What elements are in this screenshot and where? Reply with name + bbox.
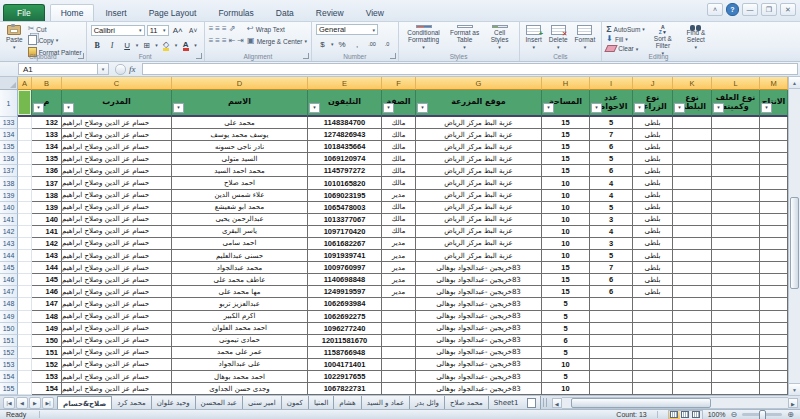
cell[interactable]: 4: [590, 190, 633, 202]
cell[interactable]: [712, 214, 760, 226]
column-header-K[interactable]: K: [673, 77, 712, 90]
cell[interactable]: [760, 359, 788, 371]
filter-dropdown-icon[interactable]: ▾: [33, 103, 44, 113]
header-cell[interactable]: الانتاج▾: [760, 90, 788, 117]
cell[interactable]: 4: [590, 226, 633, 238]
cell[interactable]: 4: [590, 177, 633, 189]
cell[interactable]: 154: [32, 383, 62, 395]
next-sheet-icon[interactable]: ▶: [29, 397, 41, 409]
cell[interactable]: 1249919597: [308, 286, 382, 298]
prev-sheet-icon[interactable]: ◀: [16, 397, 28, 409]
cell-empty[interactable]: [18, 226, 32, 238]
tab-scroll-splitter[interactable]: [543, 398, 548, 407]
format-as-table-button[interactable]: Format as Table▾: [448, 24, 482, 51]
cell[interactable]: عزبة البط مركز الرياض: [416, 117, 542, 129]
column-header-F[interactable]: F: [382, 77, 416, 90]
cell[interactable]: حسام عز الدين وصلاح ابراهيم: [62, 274, 172, 286]
cell[interactable]: حمادى تيمونى: [172, 335, 308, 347]
cell[interactable]: [760, 311, 788, 323]
paste-button[interactable]: Paste ▾: [4, 24, 25, 51]
cell[interactable]: 7: [590, 262, 633, 274]
cell[interactable]: 1062692275: [308, 311, 382, 323]
cell[interactable]: حسام عز الدين وصلاح ابراهيم: [62, 214, 172, 226]
find-select-button[interactable]: Find & Select▾: [681, 24, 711, 51]
cell[interactable]: 83خريجين -عبدالجواد بوهالى: [416, 323, 542, 335]
cell[interactable]: مالك: [382, 153, 416, 165]
zoom-in-icon[interactable]: ⊕: [787, 411, 794, 419]
cell[interactable]: [673, 383, 712, 395]
cell[interactable]: 153: [32, 371, 62, 383]
cell[interactable]: حسام عز الدين وصلاح ابراهيم: [62, 153, 172, 165]
cell[interactable]: مدير: [382, 238, 416, 250]
cell[interactable]: 5: [542, 311, 590, 323]
cell[interactable]: 83خريجين -عبدالجواد بوهالى: [416, 335, 542, 347]
cell[interactable]: مالك: [382, 129, 416, 141]
filter-dropdown-icon[interactable]: ▾: [383, 103, 394, 113]
column-header-G[interactable]: G: [416, 77, 542, 90]
scroll-left-icon[interactable]: ◀: [552, 398, 562, 408]
decrease-indent-icon[interactable]: ⇤: [229, 37, 236, 45]
cell[interactable]: حسام عز الدين وصلاح ابراهيم: [62, 311, 172, 323]
fill-button[interactable]: ⬇Fill▾: [606, 35, 645, 43]
cell[interactable]: 10: [542, 383, 590, 395]
cell[interactable]: [760, 153, 788, 165]
minimize-ribbon-icon[interactable]: ˄: [707, 3, 723, 16]
cell[interactable]: [673, 311, 712, 323]
cell[interactable]: 147: [32, 298, 62, 310]
cell-styles-button[interactable]: Cell Styles▾: [485, 24, 515, 51]
cell-empty[interactable]: [18, 311, 32, 323]
cell[interactable]: حسام عز الدين وصلاح ابراهيم: [62, 177, 172, 189]
filter-dropdown-icon[interactable]: ▾: [761, 103, 772, 113]
cell[interactable]: عزبة البط مركز الرياض: [416, 141, 542, 153]
cell[interactable]: [760, 262, 788, 274]
cell[interactable]: 145: [32, 274, 62, 286]
cell[interactable]: [760, 129, 788, 141]
row-header[interactable]: 144: [0, 250, 18, 262]
cell-empty[interactable]: [18, 359, 32, 371]
header-cell[interactable]: نوع الزراعة▾: [633, 90, 673, 117]
cell[interactable]: 133: [32, 129, 62, 141]
cell[interactable]: حسام عز الدين وصلاح ابراهيم: [62, 335, 172, 347]
scroll-right-icon[interactable]: ▶: [788, 398, 798, 408]
cell[interactable]: [673, 323, 712, 335]
cell[interactable]: [760, 190, 788, 202]
header-cell[interactable]: نوع البلطى▾: [673, 90, 712, 117]
fill-color-button[interactable]: ◇: [160, 39, 173, 51]
cell[interactable]: [712, 250, 760, 262]
cell[interactable]: عزبة البط مركز الرياض: [416, 214, 542, 226]
font-color-button[interactable]: A: [179, 39, 192, 51]
cell[interactable]: 6: [590, 165, 633, 177]
cell[interactable]: علاء شمس الدين: [172, 190, 308, 202]
cell[interactable]: [382, 298, 416, 310]
cell[interactable]: 138: [32, 190, 62, 202]
cell[interactable]: 1010165820: [308, 177, 382, 189]
font-family-select[interactable]: Calibri▾: [91, 25, 145, 36]
row-header[interactable]: 153: [0, 359, 18, 371]
cell[interactable]: [673, 335, 712, 347]
cell-empty[interactable]: [18, 165, 32, 177]
cell[interactable]: 1145797272: [308, 165, 382, 177]
filter-dropdown-icon[interactable]: ▾: [63, 103, 74, 113]
cell[interactable]: 83خريجين -عبدالجواد بوهالى: [416, 298, 542, 310]
cell[interactable]: 10: [542, 214, 590, 226]
cell[interactable]: 1009760997: [308, 262, 382, 274]
cell[interactable]: 1069023195: [308, 190, 382, 202]
cell[interactable]: 1062693984: [308, 298, 382, 310]
sheet-tab[interactable]: وحيد علوان: [151, 396, 196, 409]
cell[interactable]: احمد محمد العلوان: [172, 323, 308, 335]
row-header[interactable]: 149: [0, 311, 18, 323]
cell-empty[interactable]: [18, 129, 32, 141]
cell[interactable]: 142: [32, 238, 62, 250]
cell[interactable]: [760, 214, 788, 226]
header-cell[interactable]: المساحة▾: [542, 90, 590, 117]
cell[interactable]: 141: [32, 226, 62, 238]
cell[interactable]: 149: [32, 323, 62, 335]
cell[interactable]: محمد عبدالجواد: [172, 262, 308, 274]
cell[interactable]: 1004171401: [308, 359, 382, 371]
sheet-tab[interactable]: المنيا: [308, 396, 334, 409]
tab-formulas[interactable]: Formulas: [207, 4, 264, 21]
paste-dropdown-icon[interactable]: ▾: [13, 44, 16, 50]
cell[interactable]: مالك: [382, 226, 416, 238]
cell[interactable]: [382, 383, 416, 395]
cell[interactable]: [760, 371, 788, 383]
